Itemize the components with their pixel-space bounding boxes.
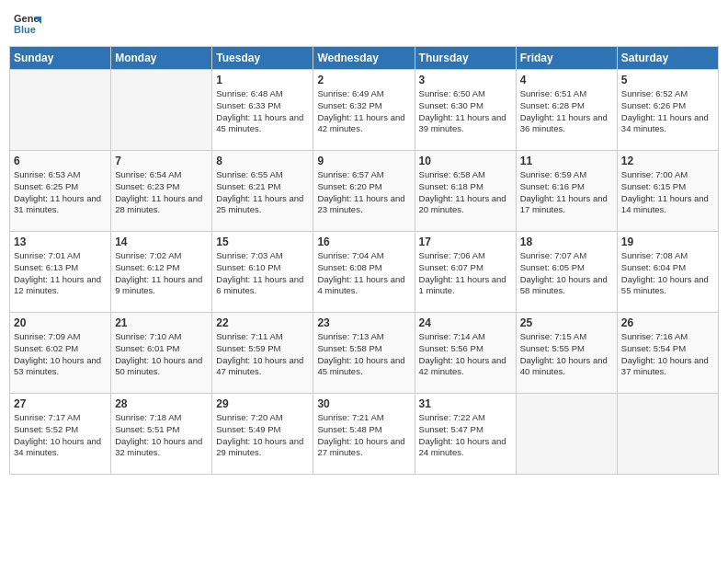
week-row-5: 27 Sunrise: 7:17 AMSunset: 5:52 PMDaylig… bbox=[10, 394, 719, 475]
day-number: 4 bbox=[520, 74, 613, 86]
day-info: Sunrise: 7:22 AMSunset: 5:47 PMDaylight:… bbox=[419, 412, 512, 459]
col-header-thursday: Thursday bbox=[415, 47, 516, 70]
day-info: Sunrise: 6:59 AMSunset: 6:16 PMDaylight:… bbox=[520, 169, 613, 216]
day-info: Sunrise: 6:54 AMSunset: 6:23 PMDaylight:… bbox=[115, 169, 208, 216]
day-info: Sunrise: 7:02 AMSunset: 6:12 PMDaylight:… bbox=[115, 250, 208, 297]
day-info: Sunrise: 7:18 AMSunset: 5:51 PMDaylight:… bbox=[115, 412, 208, 459]
day-cell: 20 Sunrise: 7:09 AMSunset: 6:02 PMDaylig… bbox=[10, 313, 111, 394]
day-cell: 8 Sunrise: 6:55 AMSunset: 6:21 PMDayligh… bbox=[212, 151, 313, 232]
day-number: 27 bbox=[14, 397, 107, 410]
day-number: 24 bbox=[419, 316, 512, 329]
day-info: Sunrise: 6:51 AMSunset: 6:28 PMDaylight:… bbox=[520, 88, 613, 135]
day-cell: 18 Sunrise: 7:07 AMSunset: 6:05 PMDaylig… bbox=[516, 232, 617, 313]
day-number: 10 bbox=[419, 155, 512, 167]
day-info: Sunrise: 7:13 AMSunset: 5:58 PMDaylight:… bbox=[317, 331, 410, 378]
day-info: Sunrise: 6:57 AMSunset: 6:20 PMDaylight:… bbox=[317, 169, 410, 216]
day-info: Sunrise: 6:58 AMSunset: 6:18 PMDaylight:… bbox=[419, 169, 512, 216]
header-row: SundayMondayTuesdayWednesdayThursdayFrid… bbox=[10, 47, 719, 70]
svg-text:Blue: Blue bbox=[14, 24, 36, 35]
day-number: 2 bbox=[317, 74, 410, 86]
col-header-friday: Friday bbox=[516, 47, 617, 70]
day-info: Sunrise: 6:53 AMSunset: 6:25 PMDaylight:… bbox=[14, 169, 107, 216]
day-cell: 13 Sunrise: 7:01 AMSunset: 6:13 PMDaylig… bbox=[10, 232, 111, 313]
day-number: 30 bbox=[317, 397, 410, 410]
day-number: 12 bbox=[621, 155, 714, 167]
day-info: Sunrise: 7:00 AMSunset: 6:15 PMDaylight:… bbox=[621, 169, 714, 216]
day-info: Sunrise: 7:20 AMSunset: 5:49 PMDaylight:… bbox=[216, 412, 309, 459]
day-cell: 5 Sunrise: 6:52 AMSunset: 6:26 PMDayligh… bbox=[617, 70, 718, 151]
day-cell: 7 Sunrise: 6:54 AMSunset: 6:23 PMDayligh… bbox=[111, 151, 212, 232]
day-number: 17 bbox=[419, 236, 512, 248]
day-cell: 10 Sunrise: 6:58 AMSunset: 6:18 PMDaylig… bbox=[415, 151, 516, 232]
day-cell: 2 Sunrise: 6:49 AMSunset: 6:32 PMDayligh… bbox=[313, 70, 415, 151]
day-number: 5 bbox=[621, 74, 714, 86]
day-number: 23 bbox=[317, 316, 410, 329]
day-number: 31 bbox=[419, 397, 512, 410]
day-cell: 11 Sunrise: 6:59 AMSunset: 6:16 PMDaylig… bbox=[516, 151, 617, 232]
day-cell bbox=[516, 394, 617, 475]
day-cell: 23 Sunrise: 7:13 AMSunset: 5:58 PMDaylig… bbox=[313, 313, 415, 394]
day-cell: 12 Sunrise: 7:00 AMSunset: 6:15 PMDaylig… bbox=[617, 151, 718, 232]
day-number: 28 bbox=[115, 397, 208, 410]
day-info: Sunrise: 7:04 AMSunset: 6:08 PMDaylight:… bbox=[317, 250, 410, 297]
week-row-4: 20 Sunrise: 7:09 AMSunset: 6:02 PMDaylig… bbox=[10, 313, 719, 394]
day-cell: 17 Sunrise: 7:06 AMSunset: 6:07 PMDaylig… bbox=[415, 232, 516, 313]
day-info: Sunrise: 7:11 AMSunset: 5:59 PMDaylight:… bbox=[216, 331, 309, 378]
day-cell: 14 Sunrise: 7:02 AMSunset: 6:12 PMDaylig… bbox=[111, 232, 212, 313]
day-info: Sunrise: 6:50 AMSunset: 6:30 PMDaylight:… bbox=[419, 88, 512, 135]
day-cell: 26 Sunrise: 7:16 AMSunset: 5:54 PMDaylig… bbox=[617, 313, 718, 394]
day-cell: 16 Sunrise: 7:04 AMSunset: 6:08 PMDaylig… bbox=[313, 232, 415, 313]
day-cell: 4 Sunrise: 6:51 AMSunset: 6:28 PMDayligh… bbox=[516, 70, 617, 151]
day-number: 26 bbox=[621, 316, 714, 329]
day-info: Sunrise: 7:09 AMSunset: 6:02 PMDaylight:… bbox=[14, 331, 107, 378]
day-number: 1 bbox=[216, 74, 309, 86]
day-info: Sunrise: 6:55 AMSunset: 6:21 PMDaylight:… bbox=[216, 169, 309, 216]
day-number: 7 bbox=[115, 155, 208, 167]
day-cell: 28 Sunrise: 7:18 AMSunset: 5:51 PMDaylig… bbox=[111, 394, 212, 475]
day-number: 6 bbox=[14, 155, 107, 167]
day-cell: 29 Sunrise: 7:20 AMSunset: 5:49 PMDaylig… bbox=[212, 394, 313, 475]
day-number: 11 bbox=[520, 155, 613, 167]
col-header-saturday: Saturday bbox=[617, 47, 718, 70]
logo-icon: General Blue bbox=[14, 9, 41, 37]
day-info: Sunrise: 7:03 AMSunset: 6:10 PMDaylight:… bbox=[216, 250, 309, 297]
col-header-monday: Monday bbox=[111, 47, 212, 70]
day-cell: 6 Sunrise: 6:53 AMSunset: 6:25 PMDayligh… bbox=[10, 151, 111, 232]
day-info: Sunrise: 7:08 AMSunset: 6:04 PMDaylight:… bbox=[621, 250, 714, 297]
day-cell bbox=[111, 70, 212, 151]
day-number: 25 bbox=[520, 316, 613, 329]
day-info: Sunrise: 7:17 AMSunset: 5:52 PMDaylight:… bbox=[14, 412, 107, 459]
day-info: Sunrise: 6:49 AMSunset: 6:32 PMDaylight:… bbox=[317, 88, 410, 135]
day-cell: 19 Sunrise: 7:08 AMSunset: 6:04 PMDaylig… bbox=[617, 232, 718, 313]
col-header-wednesday: Wednesday bbox=[313, 47, 415, 70]
day-info: Sunrise: 7:10 AMSunset: 6:01 PMDaylight:… bbox=[115, 331, 208, 378]
day-info: Sunrise: 6:48 AMSunset: 6:33 PMDaylight:… bbox=[216, 88, 309, 135]
day-info: Sunrise: 7:15 AMSunset: 5:55 PMDaylight:… bbox=[520, 331, 613, 378]
day-info: Sunrise: 7:06 AMSunset: 6:07 PMDaylight:… bbox=[419, 250, 512, 297]
day-cell: 21 Sunrise: 7:10 AMSunset: 6:01 PMDaylig… bbox=[111, 313, 212, 394]
week-row-1: 1 Sunrise: 6:48 AMSunset: 6:33 PMDayligh… bbox=[10, 70, 719, 151]
day-number: 9 bbox=[317, 155, 410, 167]
day-cell: 24 Sunrise: 7:14 AMSunset: 5:56 PMDaylig… bbox=[415, 313, 516, 394]
day-number: 13 bbox=[14, 236, 107, 248]
day-number: 19 bbox=[621, 236, 714, 248]
page-header: General Blue bbox=[9, 9, 719, 37]
day-info: Sunrise: 7:14 AMSunset: 5:56 PMDaylight:… bbox=[419, 331, 512, 378]
day-cell: 30 Sunrise: 7:21 AMSunset: 5:48 PMDaylig… bbox=[313, 394, 415, 475]
day-number: 3 bbox=[419, 74, 512, 86]
day-number: 22 bbox=[216, 316, 309, 329]
day-number: 29 bbox=[216, 397, 309, 410]
day-cell: 27 Sunrise: 7:17 AMSunset: 5:52 PMDaylig… bbox=[10, 394, 111, 475]
day-info: Sunrise: 7:16 AMSunset: 5:54 PMDaylight:… bbox=[621, 331, 714, 378]
day-info: Sunrise: 7:01 AMSunset: 6:13 PMDaylight:… bbox=[14, 250, 107, 297]
day-number: 20 bbox=[14, 316, 107, 329]
day-number: 8 bbox=[216, 155, 309, 167]
week-row-2: 6 Sunrise: 6:53 AMSunset: 6:25 PMDayligh… bbox=[10, 151, 719, 232]
week-row-3: 13 Sunrise: 7:01 AMSunset: 6:13 PMDaylig… bbox=[10, 232, 719, 313]
day-cell: 3 Sunrise: 6:50 AMSunset: 6:30 PMDayligh… bbox=[415, 70, 516, 151]
day-number: 14 bbox=[115, 236, 208, 248]
day-number: 15 bbox=[216, 236, 309, 248]
day-cell: 22 Sunrise: 7:11 AMSunset: 5:59 PMDaylig… bbox=[212, 313, 313, 394]
day-number: 18 bbox=[520, 236, 613, 248]
day-number: 16 bbox=[317, 236, 410, 248]
